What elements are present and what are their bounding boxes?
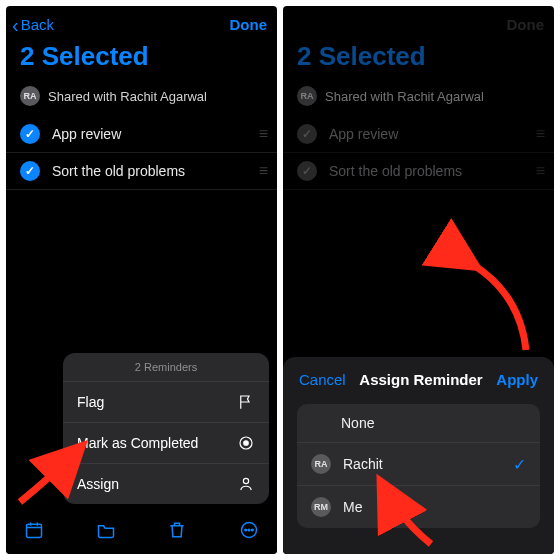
navbar: Done bbox=[283, 6, 554, 39]
cancel-button[interactable]: Cancel bbox=[299, 371, 346, 388]
list-item[interactable]: ✓ Sort the old problems ≡ bbox=[6, 153, 277, 190]
circle-dot-icon bbox=[237, 434, 255, 452]
reminder-label: Sort the old problems bbox=[40, 163, 259, 179]
svg-point-2 bbox=[243, 478, 248, 483]
reminder-list: ✓ App review ≡ ✓ Sort the old problems ≡ bbox=[6, 116, 277, 190]
more-icon[interactable] bbox=[239, 520, 259, 544]
apply-button[interactable]: Apply bbox=[496, 371, 538, 388]
avatar: RA bbox=[20, 86, 40, 106]
list-item: ✓ Sort the old problems ≡ bbox=[283, 153, 554, 190]
shared-text: Shared with Rachit Agarwal bbox=[48, 89, 207, 104]
person-icon bbox=[237, 475, 255, 493]
menu-label: Flag bbox=[77, 394, 104, 410]
folder-icon[interactable] bbox=[96, 520, 116, 544]
avatar: RA bbox=[297, 86, 317, 106]
checkmark-icon: ✓ bbox=[297, 161, 317, 181]
assignee-list: None RA Rachit ✓ RM Me bbox=[297, 404, 540, 528]
avatar: RA bbox=[311, 454, 331, 474]
screenshot-left: ‹ Back Done 2 Selected RA Shared with Ra… bbox=[6, 6, 277, 554]
reorder-icon[interactable]: ≡ bbox=[259, 125, 267, 143]
reorder-icon: ≡ bbox=[536, 162, 544, 180]
sheet-header: Cancel Assign Reminder Apply bbox=[283, 357, 554, 400]
reorder-icon: ≡ bbox=[536, 125, 544, 143]
svg-point-6 bbox=[248, 529, 250, 531]
calendar-icon[interactable] bbox=[24, 520, 44, 544]
checkmark-icon: ✓ bbox=[513, 455, 526, 474]
checkmark-icon: ✓ bbox=[297, 124, 317, 144]
svg-point-5 bbox=[245, 529, 247, 531]
reminder-list: ✓ App review ≡ ✓ Sort the old problems ≡ bbox=[283, 116, 554, 190]
context-menu: 2 Reminders Flag Mark as Completed Assig… bbox=[63, 353, 269, 504]
option-label: Me bbox=[343, 499, 362, 515]
done-button[interactable]: Done bbox=[507, 16, 545, 33]
annotation-arrow-icon bbox=[450, 254, 550, 368]
page-title: 2 Selected bbox=[283, 39, 554, 82]
assign-sheet: Cancel Assign Reminder Apply None RA Rac… bbox=[283, 357, 554, 554]
svg-rect-3 bbox=[27, 524, 42, 537]
reminder-label: Sort the old problems bbox=[317, 163, 536, 179]
shared-row: RA Shared with Rachit Agarwal bbox=[283, 82, 554, 116]
svg-point-7 bbox=[251, 529, 253, 531]
back-button[interactable]: ‹ Back bbox=[12, 16, 54, 33]
list-item: ✓ App review ≡ bbox=[283, 116, 554, 153]
flag-icon bbox=[237, 393, 255, 411]
menu-item-complete[interactable]: Mark as Completed bbox=[63, 423, 269, 464]
navbar: ‹ Back Done bbox=[6, 6, 277, 39]
checkmark-icon[interactable]: ✓ bbox=[20, 161, 40, 181]
avatar: RM bbox=[311, 497, 331, 517]
list-item[interactable]: ✓ App review ≡ bbox=[6, 116, 277, 153]
reminder-label: App review bbox=[317, 126, 536, 142]
menu-item-assign[interactable]: Assign bbox=[63, 464, 269, 504]
menu-header: 2 Reminders bbox=[63, 353, 269, 382]
option-label: None bbox=[341, 415, 374, 431]
menu-item-flag[interactable]: Flag bbox=[63, 382, 269, 423]
trash-icon[interactable] bbox=[167, 520, 187, 544]
reorder-icon[interactable]: ≡ bbox=[259, 162, 267, 180]
menu-label: Assign bbox=[77, 476, 119, 492]
back-label: Back bbox=[21, 16, 54, 33]
page-title: 2 Selected bbox=[6, 39, 277, 82]
assignee-option[interactable]: RA Rachit ✓ bbox=[297, 443, 540, 486]
reminder-label: App review bbox=[40, 126, 259, 142]
assignee-option[interactable]: RM Me bbox=[297, 486, 540, 528]
sheet-title: Assign Reminder bbox=[359, 371, 482, 388]
done-button[interactable]: Done bbox=[230, 16, 268, 33]
screenshot-right: Done 2 Selected RA Shared with Rachit Ag… bbox=[283, 6, 554, 554]
svg-point-1 bbox=[244, 441, 249, 446]
checkmark-icon[interactable]: ✓ bbox=[20, 124, 40, 144]
shared-row: RA Shared with Rachit Agarwal bbox=[6, 82, 277, 116]
assignee-option-none[interactable]: None bbox=[297, 404, 540, 443]
option-label: Rachit bbox=[343, 456, 383, 472]
bottom-toolbar bbox=[6, 510, 277, 554]
shared-text: Shared with Rachit Agarwal bbox=[325, 89, 484, 104]
menu-label: Mark as Completed bbox=[77, 435, 198, 451]
